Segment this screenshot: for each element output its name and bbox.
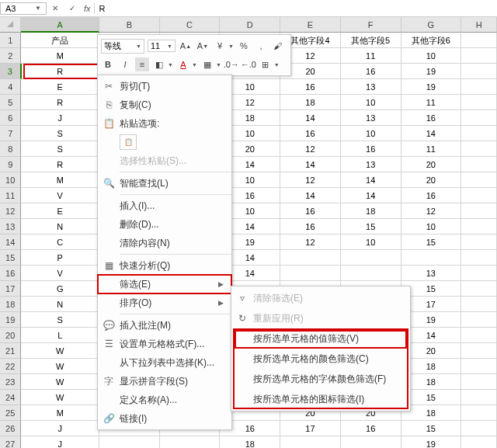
cell-A19[interactable]: S bbox=[21, 312, 99, 328]
row-header-2[interactable]: 2 bbox=[0, 48, 21, 64]
cell-A2[interactable]: M bbox=[21, 48, 99, 64]
cell-H12[interactable] bbox=[461, 203, 497, 219]
row-header-3[interactable]: 3 bbox=[0, 64, 22, 79]
row-header-13[interactable]: 13 bbox=[0, 219, 21, 234]
cell-A23[interactable]: W bbox=[21, 374, 99, 390]
cell-G6[interactable]: 16 bbox=[401, 110, 462, 126]
cell-G27[interactable]: 19 bbox=[401, 436, 462, 448]
cell-A11[interactable]: V bbox=[21, 188, 99, 203]
cell-E15[interactable] bbox=[280, 250, 341, 266]
row-header-20[interactable]: 20 bbox=[0, 328, 21, 343]
cell-A18[interactable]: N bbox=[21, 297, 99, 312]
cell-A15[interactable]: P bbox=[21, 250, 99, 266]
col-header-E[interactable]: E bbox=[280, 17, 341, 33]
row-header-18[interactable]: 18 bbox=[0, 297, 21, 312]
cell-F1[interactable]: 其他字段5 bbox=[341, 33, 401, 48]
font-color-icon[interactable]: A bbox=[176, 57, 190, 71]
menu-comment[interactable]: 💬插入批注(M) bbox=[98, 316, 231, 335]
row-header-8[interactable]: 8 bbox=[0, 141, 21, 157]
font-size-select[interactable]: 11▼ bbox=[148, 40, 176, 52]
cell-A16[interactable]: V bbox=[21, 266, 99, 281]
chevron-down-icon[interactable]: ▼ bbox=[168, 62, 173, 68]
cell-A4[interactable]: E bbox=[21, 79, 99, 95]
cell-E7[interactable]: 16 bbox=[280, 126, 341, 141]
cell-F2[interactable]: 11 bbox=[341, 48, 401, 64]
cell-H18[interactable] bbox=[461, 297, 497, 312]
menu-clear[interactable]: 清除内容(N) bbox=[98, 234, 231, 252]
cell-H16[interactable] bbox=[461, 266, 497, 281]
cell-H17[interactable] bbox=[461, 281, 497, 297]
cell-H4[interactable] bbox=[461, 79, 497, 95]
cell-H20[interactable] bbox=[461, 328, 497, 343]
cell-F15[interactable] bbox=[341, 250, 401, 266]
row-header-6[interactable]: 6 bbox=[0, 110, 21, 126]
cell-G5[interactable]: 11 bbox=[401, 95, 462, 110]
menu-format-cells[interactable]: ☰设置单元格格式(F)... bbox=[98, 335, 231, 353]
confirm-btn[interactable]: ✓ bbox=[64, 4, 81, 12]
cell-A17[interactable]: G bbox=[21, 281, 99, 297]
col-header-B[interactable]: B bbox=[99, 17, 160, 33]
cell-G12[interactable]: 12 bbox=[401, 203, 462, 219]
cell-E13[interactable]: 16 bbox=[280, 219, 341, 234]
cell-A1[interactable]: 产品 bbox=[21, 33, 99, 48]
cell-F27[interactable] bbox=[341, 436, 401, 448]
row-header-5[interactable]: 5 bbox=[0, 95, 21, 110]
increase-font-icon[interactable]: A▲ bbox=[179, 39, 193, 53]
cell-E5[interactable]: 18 bbox=[280, 95, 341, 110]
row-header-24[interactable]: 24 bbox=[0, 390, 21, 405]
row-header-23[interactable]: 23 bbox=[0, 374, 21, 390]
row-header-17[interactable]: 17 bbox=[0, 281, 21, 297]
cell-G1[interactable]: 其他字段6 bbox=[401, 33, 462, 48]
chevron-down-icon[interactable]: ▼ bbox=[228, 43, 234, 49]
row-header-26[interactable]: 26 bbox=[0, 421, 21, 436]
cell-E10[interactable]: 12 bbox=[280, 172, 341, 188]
col-header-F[interactable]: F bbox=[341, 17, 401, 33]
cell-H11[interactable] bbox=[461, 188, 497, 203]
col-header-G[interactable]: G bbox=[401, 17, 462, 33]
row-header-14[interactable]: 14 bbox=[0, 234, 21, 250]
cell-G9[interactable]: 20 bbox=[401, 157, 462, 172]
cell-A13[interactable]: N bbox=[21, 219, 99, 234]
cell-G10[interactable]: 20 bbox=[401, 172, 462, 188]
cell-G11[interactable]: 16 bbox=[401, 188, 462, 203]
row-header-25[interactable]: 25 bbox=[0, 405, 21, 421]
cell-F9[interactable]: 13 bbox=[341, 157, 401, 172]
cell-H21[interactable] bbox=[461, 343, 497, 359]
cell-H22[interactable] bbox=[461, 359, 497, 374]
cell-H1[interactable] bbox=[461, 33, 497, 48]
menu-quick-analysis[interactable]: ▦快速分析(Q) bbox=[98, 256, 231, 275]
chevron-down-icon[interactable]: ▼ bbox=[274, 62, 280, 68]
cell-F13[interactable]: 15 bbox=[341, 219, 401, 234]
row-header-22[interactable]: 22 bbox=[0, 359, 21, 374]
cell-A8[interactable]: S bbox=[21, 141, 99, 157]
cell-C27[interactable] bbox=[160, 436, 221, 448]
cell-E12[interactable]: 16 bbox=[280, 203, 341, 219]
row-header-1[interactable]: 1 bbox=[0, 33, 21, 48]
row-header-7[interactable]: 7 bbox=[0, 126, 21, 141]
border-icon[interactable]: ▦ bbox=[200, 57, 214, 71]
cell-E16[interactable] bbox=[280, 266, 341, 281]
menu-dropdown-select[interactable]: 从下拉列表中选择(K)... bbox=[98, 353, 231, 372]
cell-H7[interactable] bbox=[461, 126, 497, 141]
cell-G7[interactable]: 14 bbox=[401, 126, 462, 141]
row-header-12[interactable]: 12 bbox=[0, 203, 21, 219]
cell-F10[interactable]: 14 bbox=[341, 172, 401, 188]
cell-G15[interactable] bbox=[401, 250, 462, 266]
chevron-down-icon[interactable]: ▼ bbox=[216, 62, 221, 68]
merge-icon[interactable]: ⊞ bbox=[259, 57, 273, 71]
row-header-16[interactable]: 16 bbox=[0, 266, 21, 281]
cell-G8[interactable]: 11 bbox=[401, 141, 462, 157]
cell-H9[interactable] bbox=[461, 157, 497, 172]
cell-H27[interactable] bbox=[461, 436, 497, 448]
name-box[interactable]: A3▼ bbox=[0, 2, 47, 15]
submenu-filter-by-color[interactable]: 按所选单元格的颜色筛选(C) bbox=[231, 349, 410, 369]
cell-E9[interactable]: 14 bbox=[280, 157, 341, 172]
row-header-27[interactable]: 27 bbox=[0, 436, 21, 448]
cell-A24[interactable]: W bbox=[21, 390, 99, 405]
submenu-filter-by-font-color[interactable]: 按所选单元格的字体颜色筛选(F) bbox=[231, 369, 410, 389]
row-header-21[interactable]: 21 bbox=[0, 343, 21, 359]
accounting-format-icon[interactable]: ¥ bbox=[213, 39, 227, 53]
cell-F12[interactable]: 18 bbox=[341, 203, 401, 219]
cell-H6[interactable] bbox=[461, 110, 497, 126]
cell-G4[interactable]: 19 bbox=[401, 79, 462, 95]
